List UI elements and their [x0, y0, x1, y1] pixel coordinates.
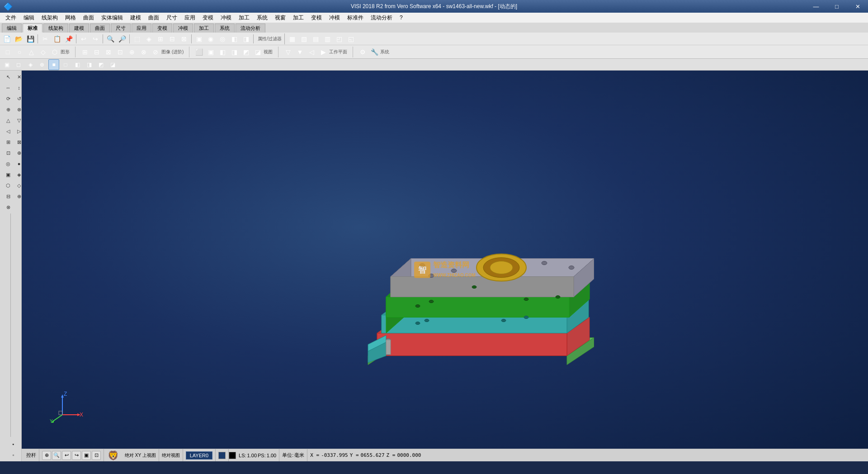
view-btn-6[interactable]: ◪: [252, 47, 263, 57]
paste-button[interactable]: 📌: [63, 33, 74, 44]
tb-btn-2[interactable]: ◈: [143, 33, 154, 44]
minimize-button[interactable]: —: [806, 0, 826, 13]
small-btn-8[interactable]: ◨: [84, 59, 94, 70]
new-button[interactable]: 📄: [1, 33, 12, 44]
zoom-in-button[interactable]: 🔍: [105, 33, 116, 44]
menu-item-曲面[interactable]: 曲面: [145, 13, 163, 23]
sb-btn-12[interactable]: ▷: [11, 126, 22, 136]
sb-btn-10[interactable]: ▽: [11, 115, 22, 125]
small-btn-1[interactable]: ▣: [1, 59, 12, 70]
shape-btn-3[interactable]: △: [26, 47, 37, 57]
menu-item-冲模[interactable]: 冲模: [217, 13, 235, 23]
small-btn-5[interactable]: ■: [48, 59, 59, 70]
wp-btn-3[interactable]: ◁: [306, 47, 317, 57]
status-icon-5[interactable]: ▣: [82, 451, 91, 460]
tab-应用[interactable]: 应用: [132, 24, 151, 33]
menu-item-编辑[interactable]: 编辑: [20, 13, 38, 23]
view-btn-2[interactable]: ▣: [205, 47, 216, 57]
status-extra[interactable]: [229, 452, 236, 459]
tb-btn-1[interactable]: ⬚: [132, 33, 142, 44]
small-btn-2[interactable]: ◻: [13, 59, 24, 70]
sb-btn-14[interactable]: ⊠: [11, 137, 22, 147]
view-btn-5[interactable]: ◩: [241, 47, 251, 57]
tb-btn-3[interactable]: ⊞: [155, 33, 166, 44]
color-swatch[interactable]: [218, 452, 226, 459]
menu-item-变模[interactable]: 变模: [199, 13, 217, 23]
sb-btn-22[interactable]: ◇: [11, 180, 22, 190]
wp-btn-2[interactable]: ▼: [294, 47, 305, 57]
tab-变模[interactable]: 变模: [152, 24, 172, 33]
img-btn-3[interactable]: ⊠: [103, 47, 114, 57]
small-btn-3[interactable]: ◈: [25, 59, 36, 70]
view-btn-3[interactable]: ◧: [217, 47, 228, 57]
menu-item-变模[interactable]: 变模: [307, 13, 326, 23]
img-btn-1[interactable]: ⊞: [80, 47, 90, 57]
menu-item-系统[interactable]: 系统: [253, 13, 271, 23]
cut-button[interactable]: ✂: [40, 33, 51, 44]
img-btn-7[interactable]: ⊘: [150, 47, 161, 57]
small-btn-10[interactable]: ◪: [107, 59, 118, 70]
tb-btn-9[interactable]: ◧: [229, 33, 240, 44]
shape-btn-1[interactable]: □: [2, 47, 13, 57]
menu-item-实体编辑[interactable]: 实体编辑: [98, 13, 127, 23]
menu-item-曲面[interactable]: 曲面: [80, 13, 98, 23]
menu-item-建模[interactable]: 建模: [127, 13, 145, 23]
shape-btn-2[interactable]: ○: [14, 47, 25, 57]
menu-item-视窗[interactable]: 视窗: [271, 13, 289, 23]
tab-加工[interactable]: 加工: [194, 24, 214, 33]
sb-btn-6[interactable]: ↺: [11, 94, 22, 104]
small-btn-9[interactable]: ◩: [95, 59, 106, 70]
status-icon-4[interactable]: ↪: [72, 451, 81, 460]
redo-button[interactable]: ↪: [90, 33, 101, 44]
small-btn-4[interactable]: ⊕: [37, 59, 47, 70]
sb-extra-1[interactable]: ▪: [5, 439, 22, 449]
tb-btn-4[interactable]: ⊟: [167, 33, 178, 44]
tb-btn-10[interactable]: ◨: [241, 33, 251, 44]
filter-btn-4[interactable]: ▥: [322, 33, 333, 44]
menu-item-尺寸[interactable]: 尺寸: [163, 13, 181, 23]
menu-item-加工[interactable]: 加工: [289, 13, 307, 23]
tb-btn-6[interactable]: ▣: [193, 33, 204, 44]
sys-btn-1[interactable]: ⚙: [357, 47, 368, 57]
img-btn-5[interactable]: ⊕: [127, 47, 137, 57]
filter-btn-5[interactable]: ◰: [334, 33, 345, 44]
tb-btn-8[interactable]: ◎: [217, 33, 228, 44]
layer-section[interactable]: LAYER0: [183, 449, 216, 461]
sb-btn-18[interactable]: ●: [11, 159, 22, 169]
menu-item-网格[interactable]: 网格: [61, 13, 80, 23]
view-btn-4[interactable]: ◨: [229, 47, 240, 57]
sb-btn-20[interactable]: ◈: [11, 170, 22, 180]
filter-btn-3[interactable]: ▤: [311, 33, 321, 44]
tab-曲面[interactable]: 曲面: [90, 24, 110, 33]
tab-建模[interactable]: 建模: [69, 24, 89, 33]
menu-item-线架构[interactable]: 线架构: [38, 13, 61, 23]
tab-尺寸[interactable]: 尺寸: [111, 24, 131, 33]
viewport[interactable]: 智 智造资料网 WWW.ZHIZAO.COM Z X Y: [22, 71, 868, 461]
tab-标准[interactable]: 标准: [23, 24, 42, 33]
tab-流动分析[interactable]: 流动分析: [236, 24, 265, 33]
small-btn-6[interactable]: □: [60, 59, 71, 70]
tb-btn-5[interactable]: ⊠: [179, 33, 189, 44]
img-btn-6[interactable]: ⊗: [138, 47, 149, 57]
menu-item-标准件[interactable]: 标准件: [344, 13, 367, 23]
filter-btn-2[interactable]: ▧: [299, 33, 310, 44]
maximize-button[interactable]: □: [826, 0, 847, 13]
menu-item-冲模[interactable]: 冲模: [326, 13, 344, 23]
save-button[interactable]: 💾: [25, 33, 36, 44]
sys-btn-2[interactable]: 🔧: [369, 47, 380, 57]
menu-item-文件[interactable]: 文件: [2, 13, 20, 23]
status-icon-6[interactable]: ⊡: [92, 451, 101, 460]
copy-button[interactable]: 📋: [52, 33, 62, 44]
filter-btn-6[interactable]: ◱: [346, 33, 357, 44]
menu-item-流动分析[interactable]: 流动分析: [367, 13, 396, 23]
sb-btn-8[interactable]: ⊗: [11, 104, 22, 114]
status-icon-2[interactable]: 🔍: [52, 451, 61, 460]
sb-btn-2[interactable]: ✕: [11, 72, 22, 82]
status-icon-3[interactable]: ↩: [62, 451, 71, 460]
shape-btn-5[interactable]: ⬡: [49, 47, 60, 57]
sb-btn-24[interactable]: ⊕: [11, 191, 22, 201]
tab-编辑[interactable]: 编辑: [2, 24, 22, 33]
status-icon-1[interactable]: ⊕: [42, 451, 51, 460]
sb-extra-2[interactable]: ▫: [5, 450, 22, 460]
menu-item-?[interactable]: ?: [396, 14, 406, 22]
